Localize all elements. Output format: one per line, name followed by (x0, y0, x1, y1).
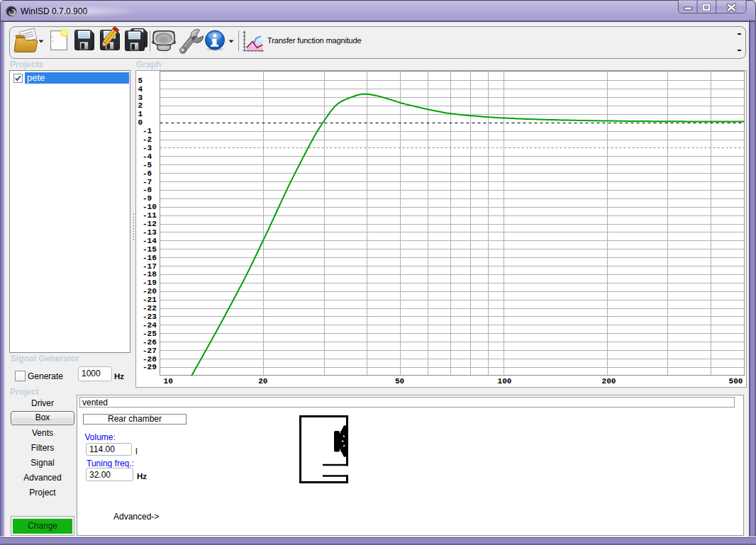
svg-text:-2: -2 (143, 135, 152, 144)
svg-text:-19: -19 (143, 279, 157, 287)
svg-text:-7: -7 (143, 178, 152, 186)
svg-text:-1: -1 (143, 127, 152, 135)
svg-text:-28: -28 (143, 355, 157, 364)
svg-text:-6: -6 (143, 169, 152, 178)
svg-text:-25: -25 (143, 330, 157, 338)
svg-text:-24: -24 (143, 321, 157, 330)
svg-text:-8: -8 (143, 186, 152, 194)
svg-text:5: 5 (138, 77, 143, 85)
svg-text:-11: -11 (143, 211, 157, 220)
svg-text:-4: -4 (143, 152, 152, 161)
svg-text:-21: -21 (143, 296, 157, 304)
svg-text:-22: -22 (143, 304, 157, 313)
svg-text:-5: -5 (143, 161, 152, 169)
svg-text:-17: -17 (143, 262, 157, 271)
svg-text:-13: -13 (143, 228, 157, 237)
svg-text:500: 500 (729, 377, 743, 386)
svg-text:1: 1 (138, 110, 143, 118)
svg-text:-16: -16 (143, 254, 157, 262)
svg-text:-9: -9 (143, 194, 152, 203)
svg-text:50: 50 (395, 377, 404, 386)
svg-text:100: 100 (498, 377, 512, 386)
svg-text:-14: -14 (143, 237, 157, 245)
svg-text:4: 4 (138, 85, 143, 94)
svg-text:-12: -12 (143, 220, 157, 228)
svg-text:-27: -27 (143, 347, 157, 355)
svg-text:-29: -29 (143, 363, 157, 371)
svg-text:3: 3 (138, 94, 143, 102)
svg-text:-10: -10 (143, 203, 157, 211)
svg-text:10: 10 (164, 377, 173, 386)
svg-text:-15: -15 (143, 245, 157, 254)
svg-text:-3: -3 (143, 144, 152, 152)
svg-text:-20: -20 (143, 287, 157, 296)
svg-text:20: 20 (258, 377, 267, 386)
svg-text:-23: -23 (143, 313, 157, 321)
svg-text:2: 2 (138, 101, 143, 110)
svg-text:200: 200 (602, 377, 616, 386)
svg-text:0: 0 (138, 118, 143, 127)
svg-text:-18: -18 (143, 270, 157, 279)
svg-text:-26: -26 (143, 338, 157, 347)
